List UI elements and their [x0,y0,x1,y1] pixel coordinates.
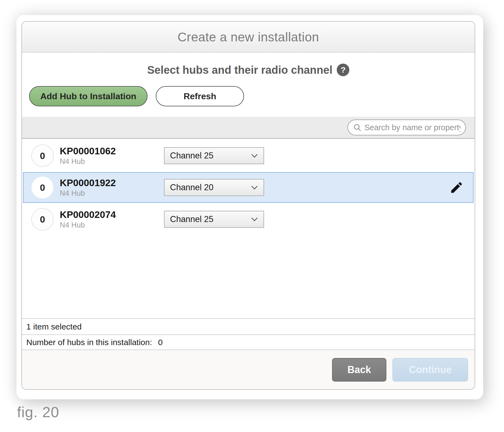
channel-select[interactable]: Channel 25 [164,211,264,228]
figure-caption: fig. 20 [17,403,59,420]
hub-name: KP00001922 [60,177,164,188]
pencil-edit-icon [449,180,464,195]
create-installation-dialog: Create a new installation Select hubs an… [21,21,475,390]
back-button-label: Back [347,364,371,376]
actions-row: Add Hub to Installation Refresh [22,86,475,106]
channel-selected-value: Channel 25 [170,151,251,161]
channel-selected-value: Channel 20 [170,183,251,192]
hub-identity: KP00001062 N4 Hub [60,146,164,166]
hub-badge-value: 0 [40,150,45,161]
chevron-down-icon [251,185,258,190]
screenshot-card: Create a new installation Select hubs an… [16,15,483,399]
hub-list: 0 KP00001062 N4 Hub Channel 25 [22,139,475,318]
hub-type: N4 Hub [60,221,164,229]
back-button[interactable]: Back [332,358,386,382]
hub-identity: KP00002074 N4 Hub [60,209,164,229]
dialog-titlebar: Create a new installation [22,22,475,53]
section-heading-row: Select hubs and their radio channel ? [22,64,475,76]
dialog-title: Create a new installation [177,30,319,44]
search-input[interactable] [364,123,460,132]
refresh-button-label: Refresh [183,91,216,101]
hub-count-badge: 0 [31,144,54,167]
channel-select[interactable]: Channel 25 [164,147,264,164]
hub-row-kp00001062[interactable]: 0 KP00001062 N4 Hub Channel 25 [23,140,474,171]
hub-row-kp00001922[interactable]: 0 KP00001922 N4 Hub Channel 20 [23,172,474,203]
dialog-footer: Back Continue [22,349,475,389]
add-hub-button[interactable]: Add Hub to Installation [29,86,148,106]
page: Create a new installation Select hubs an… [0,0,504,432]
hub-count-label: Number of hubs in this installation: [26,338,152,347]
hub-row-kp00002074[interactable]: 0 KP00002074 N4 Hub Channel 25 [23,204,474,235]
refresh-button[interactable]: Refresh [156,86,244,106]
hub-badge-value: 0 [40,182,45,193]
hub-count-badge: 0 [31,208,54,231]
help-icon[interactable]: ? [337,64,349,76]
hub-name: KP00002074 [60,209,164,220]
hub-type: N4 Hub [60,189,164,198]
search-icon [353,123,362,132]
hub-type: N4 Hub [60,157,164,166]
channel-selected-value: Channel 25 [170,214,251,224]
selection-status-row: 1 item selected [22,318,475,334]
section-heading: Select hubs and their radio channel [147,64,333,76]
add-hub-button-label: Add Hub to Installation [40,91,136,101]
hub-identity: KP00001922 N4 Hub [60,177,164,197]
chevron-down-icon [251,217,258,222]
hub-name: KP00001062 [60,146,164,157]
continue-button[interactable]: Continue [392,358,468,382]
list-toolbar [22,117,475,139]
channel-select[interactable]: Channel 20 [164,179,264,196]
search-box[interactable] [347,120,466,135]
edit-hub-button[interactable] [449,180,464,195]
hub-badge-value: 0 [40,214,45,225]
chevron-down-icon [251,153,258,158]
continue-button-label: Continue [409,364,452,376]
hub-count-value: 0 [158,338,163,347]
hub-count-badge: 0 [31,176,54,199]
hub-count-row: Number of hubs in this installation: 0 [22,334,475,349]
selection-status-text: 1 item selected [26,322,82,331]
